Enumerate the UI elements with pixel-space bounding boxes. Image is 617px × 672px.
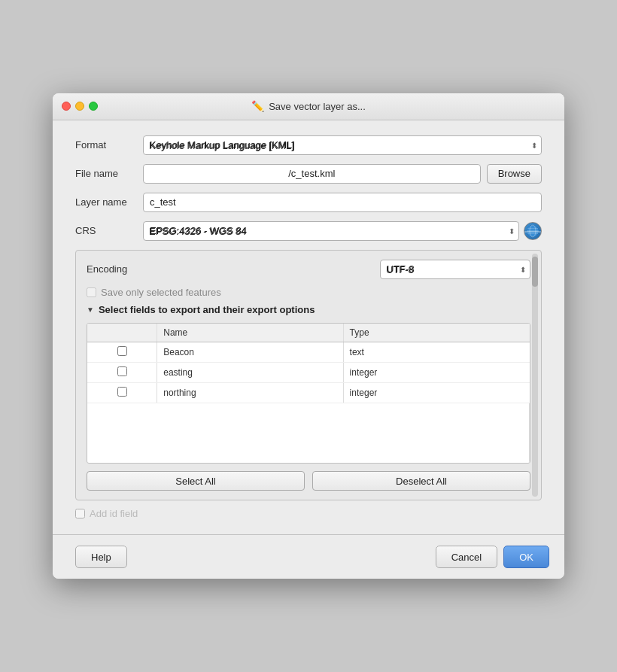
table-row: Beacon text (87, 342, 530, 362)
col-checkbox-header (87, 324, 157, 342)
table-empty-space (87, 403, 530, 463)
minimize-button[interactable] (75, 102, 84, 111)
layername-row: Layer name (75, 193, 542, 212)
add-id-label: Add id field (90, 508, 138, 519)
filename-label: File name (75, 168, 143, 179)
row-checkbox-cell (87, 362, 157, 382)
add-id-checkbox[interactable] (75, 509, 85, 518)
crs-row: CRS EPSG:4326 - WGS 84 EPSG:4326 - WGS 8… (75, 221, 542, 241)
row-checkbox-cell (87, 342, 157, 362)
browse-button[interactable]: Browse (487, 164, 542, 184)
crs-select[interactable]: EPSG:4326 - WGS 84 (143, 221, 519, 241)
encoding-select[interactable]: UTF-8 (380, 260, 530, 279)
save-selected-checkbox[interactable] (87, 287, 96, 297)
format-label: Format (75, 139, 143, 151)
layername-input[interactable] (143, 193, 542, 212)
title-text: Save vector layer as... (269, 101, 366, 112)
row-checkbox-northing[interactable] (117, 387, 127, 397)
title-icon: ✏️ (251, 100, 264, 112)
crs-label: CRS (75, 225, 143, 236)
encoding-select-wrapper: UTF-8 UTF-8 (380, 260, 530, 279)
cancel-button[interactable]: Cancel (436, 546, 497, 568)
options-panel: Encoding UTF-8 UTF-8 Save only selected … (75, 250, 542, 501)
layername-label: Layer name (75, 196, 143, 208)
close-button[interactable] (62, 102, 71, 111)
row-name-cell: Beacon (157, 342, 343, 362)
filename-row: File name Browse (75, 164, 542, 184)
layername-wrap (143, 193, 542, 212)
format-row: Format Keyhole Markup Language [KML] Key… (75, 135, 542, 155)
format-select-wrapper: Keyhole Markup Language [KML] Keyhole Ma… (143, 135, 542, 155)
table-row: northing integer (87, 382, 530, 403)
filename-controls: Browse (143, 164, 542, 184)
col-type-header: Type (343, 324, 529, 342)
ok-button[interactable]: OK (503, 546, 549, 568)
crs-globe-icon[interactable] (524, 222, 542, 240)
window-title: ✏️ Save vector layer as... (251, 100, 366, 112)
filename-input[interactable] (143, 164, 481, 184)
titlebar: ✏️ Save vector layer as... (53, 93, 564, 120)
crs-controls: EPSG:4326 - WGS 84 EPSG:4326 - WGS 84 (143, 221, 542, 241)
maximize-button[interactable] (89, 102, 98, 111)
footer-right-buttons: Cancel OK (436, 546, 549, 568)
scrollbar-track[interactable] (532, 254, 538, 497)
row-type-cell: integer (343, 362, 529, 382)
deselect-all-button[interactable]: Deselect All (312, 471, 530, 491)
scrollbar-thumb[interactable] (532, 257, 538, 287)
table-header-row: Name Type (87, 324, 530, 342)
row-type-cell: integer (343, 382, 529, 403)
fields-table-container: Name Type Beacon text (87, 323, 530, 464)
row-checkbox-cell (87, 382, 157, 403)
svg-point-0 (527, 225, 539, 237)
row-name-cell: easting (157, 362, 343, 382)
col-name-header: Name (157, 324, 343, 342)
table-body: Beacon text easting integer (87, 342, 530, 463)
add-id-row: Add id field (75, 508, 542, 519)
crs-select-wrapper: EPSG:4326 - WGS 84 EPSG:4326 - WGS 84 (143, 221, 519, 241)
fields-table: Name Type Beacon text (87, 324, 530, 464)
encoding-row: Encoding UTF-8 UTF-8 (87, 260, 530, 279)
select-fields-header: ▼ Select fields to export and their expo… (87, 304, 530, 315)
help-button[interactable]: Help (75, 546, 127, 568)
row-name-cell: northing (157, 382, 343, 403)
select-all-button[interactable]: Select All (87, 471, 305, 491)
dialog-content: Format Keyhole Markup Language [KML] Key… (53, 120, 564, 535)
main-window: ✏️ Save vector layer as... Format Keyhol… (53, 93, 564, 579)
dialog-footer: Help Cancel OK (53, 534, 564, 579)
save-selected-label: Save only selected features (101, 287, 221, 298)
format-select[interactable]: Keyhole Markup Language [KML] (143, 135, 542, 155)
table-row: easting integer (87, 362, 530, 382)
select-fields-title: Select fields to export and their export… (99, 304, 315, 315)
save-selected-row: Save only selected features (87, 287, 530, 298)
row-type-cell: text (343, 342, 529, 362)
encoding-label: Encoding (87, 263, 127, 275)
collapse-icon[interactable]: ▼ (87, 306, 94, 314)
traffic-lights (62, 102, 98, 111)
row-checkbox-beacon[interactable] (117, 346, 127, 356)
table-action-buttons: Select All Deselect All (87, 471, 530, 491)
row-checkbox-easting[interactable] (117, 366, 127, 376)
